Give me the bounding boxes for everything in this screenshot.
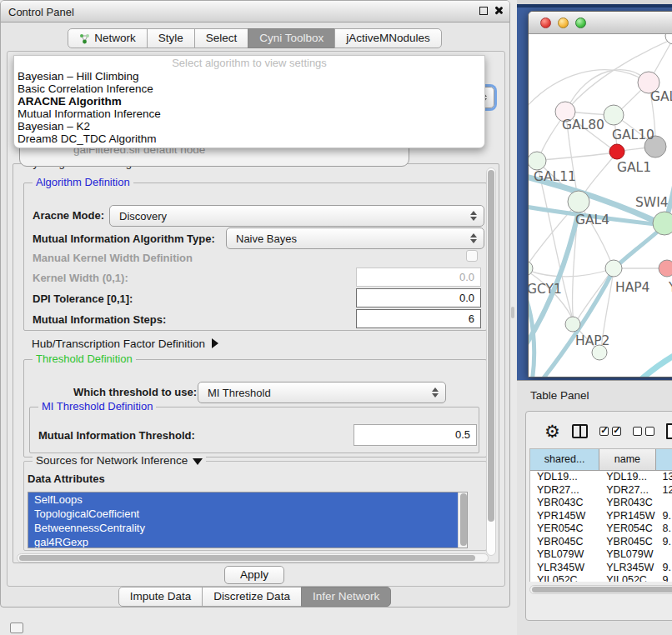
close-panel-icon[interactable] <box>494 6 503 15</box>
attribute-list-item[interactable]: gal4RGexp <box>28 535 467 548</box>
table-cell[interactable]: YDR27... <box>599 484 655 498</box>
tab-jactivemnodules[interactable]: jActiveMNodules <box>334 28 442 48</box>
network-node-label: GAL <box>650 89 672 104</box>
tab-infer-network[interactable]: Infer Network <box>301 587 391 607</box>
network-node[interactable] <box>604 105 624 125</box>
gear-icon[interactable]: ⚙ <box>544 422 560 440</box>
settings-vertical-scrollbar[interactable] <box>486 168 496 556</box>
table-horizontal-scrollbar[interactable] <box>529 585 672 594</box>
tab-discretize-data[interactable]: Discretize Data <box>202 587 302 607</box>
table-cell[interactable]: YPR145W <box>599 510 655 523</box>
manual-kernel-width-label: Manual Kernel Width Definition <box>33 252 193 264</box>
desktop-top-border <box>517 4 672 8</box>
table-column-header[interactable]: shared... <box>530 449 599 471</box>
table-cell[interactable]: YER054C <box>599 522 655 536</box>
kernel-width-field[interactable]: 0.0 <box>356 268 481 287</box>
algorithm-option[interactable]: Dream8 DC_TDC Algorithm <box>14 132 484 145</box>
network-node[interactable] <box>609 144 624 159</box>
attribute-list-item[interactable]: TopologicalCoefficient <box>28 507 467 521</box>
table-panel-title: Table Panel <box>530 389 589 402</box>
network-node[interactable] <box>565 317 580 332</box>
attribute-list-item[interactable]: BetweennessCentrality <box>28 521 467 535</box>
table-cell[interactable]: YDL19... <box>530 471 599 484</box>
select-all-columns-icon[interactable] <box>599 427 621 436</box>
mi-threshold-field[interactable]: 0.5 <box>354 424 477 446</box>
table-cell[interactable]: YBR045C <box>530 536 599 549</box>
algorithm-option[interactable]: ARACNE Algorithm <box>14 95 484 108</box>
table-cell[interactable]: YBR045C <box>599 536 655 549</box>
settings-horizontal-scrollbar[interactable] <box>17 553 489 562</box>
tab-label: jActiveMNodules <box>346 29 430 48</box>
algorithm-option[interactable]: Bayesian – Hill Climbing <box>14 70 484 82</box>
table-cell[interactable]: 9. <box>656 510 672 523</box>
table-cell[interactable]: YDR27... <box>530 484 599 498</box>
attributes-list-scrollbar[interactable] <box>458 492 467 548</box>
table-cell[interactable]: 8. <box>656 522 672 536</box>
sources-toggle[interactable]: Sources for Network Inference <box>33 454 206 467</box>
hub-definition-toggle[interactable]: Hub/Transcription Factor Definition <box>32 338 218 350</box>
table-cell[interactable]: YLR345W <box>599 562 655 575</box>
network-node[interactable] <box>659 260 672 277</box>
table-cell[interactable]: YBL079W <box>530 548 599 562</box>
minimize-window-button[interactable] <box>558 18 569 28</box>
table-cell[interactable]: YBR043C <box>599 497 655 510</box>
table-cell[interactable]: YBR043C <box>530 497 599 510</box>
tab-select[interactable]: Select <box>194 28 249 48</box>
network-node[interactable] <box>568 191 589 212</box>
network-node[interactable] <box>529 261 533 276</box>
cyni-toolbox-panel: galFiltered.sif default node Select algo… <box>7 51 505 587</box>
mi-steps-field[interactable]: 6 <box>356 309 481 328</box>
algorithm-option[interactable]: Bayesian – K2 <box>14 120 484 132</box>
table-toolbar: ⚙ <box>544 418 672 443</box>
tab-style[interactable]: Style <box>147 28 195 48</box>
table-cell[interactable]: YBL079W <box>599 548 655 562</box>
tab-impute-data[interactable]: Impute Data <box>118 587 203 607</box>
tab-cyni-toolbox[interactable]: Cyni Toolbox <box>248 28 335 48</box>
table-cell[interactable]: YLR345W <box>530 562 599 575</box>
table-cell[interactable]: YPR145W <box>530 510 599 523</box>
table-cell[interactable]: YDL19... <box>599 471 655 484</box>
minimized-panel-icon[interactable] <box>10 622 23 633</box>
which-threshold-combobox[interactable]: MI Threshold <box>198 382 446 403</box>
tab-label: Style <box>158 29 183 48</box>
columns-icon[interactable] <box>572 424 588 438</box>
new-table-icon[interactable] <box>666 423 672 439</box>
zoom-window-button[interactable] <box>575 18 586 28</box>
tab-network[interactable]: Network <box>68 28 148 48</box>
close-window-button[interactable] <box>540 18 551 28</box>
float-window-icon[interactable] <box>479 7 488 15</box>
deselect-all-columns-icon[interactable] <box>633 427 654 436</box>
network-node[interactable] <box>529 152 546 170</box>
table-row: YBR045CYBR045C9. <box>530 536 672 549</box>
table-column-header[interactable] <box>656 449 672 471</box>
algorithm-option[interactable]: Mutual Information Inference <box>14 108 484 120</box>
dpi-tolerance-field[interactable]: 0.0 <box>356 288 481 308</box>
table-cell[interactable]: 9. <box>656 536 672 549</box>
table-cell[interactable]: 9. <box>656 574 672 582</box>
table-cell[interactable]: YIL052C <box>530 574 599 582</box>
combo-spinner-icon <box>470 233 477 243</box>
apply-button[interactable]: Apply <box>224 566 284 584</box>
network-node[interactable] <box>665 34 672 44</box>
table-column-header[interactable]: name <box>599 449 655 471</box>
table-cell[interactable]: 13 <box>656 471 672 484</box>
network-canvas[interactable]: GALGAL80GAL10GAL1GAL11GAL4SWI4GCY1HAP4YH… <box>529 34 672 377</box>
network-node[interactable] <box>653 212 672 235</box>
network-node[interactable] <box>605 260 622 277</box>
panel-divider-grip[interactable] <box>511 307 514 318</box>
algorithm-option[interactable]: Basic Correlation Inference <box>14 82 484 95</box>
attribute-list-item[interactable]: SelfLoops <box>28 492 467 507</box>
tab-label: Select <box>206 29 238 48</box>
table-cell[interactable]: YER054C <box>530 522 599 536</box>
aracne-mode-combobox[interactable]: Discovery <box>109 205 484 227</box>
mi-algorithm-type-combobox[interactable]: Naive Bayes <box>226 228 484 249</box>
manual-kernel-width-checkbox[interactable] <box>466 250 478 262</box>
table-cell[interactable]: YIL052C <box>599 574 655 582</box>
table-cell[interactable] <box>656 497 672 510</box>
data-attributes-list: SelfLoopsTopologicalCoefficientBetweenne… <box>28 492 468 548</box>
network-edge <box>540 152 615 160</box>
table-cell[interactable]: 12 <box>656 484 672 498</box>
bottom-tabs: Impute Data Discretize Data Infer Networ… <box>1 587 509 607</box>
table-cell[interactable]: 9. <box>656 562 672 575</box>
table-cell[interactable] <box>656 548 672 562</box>
